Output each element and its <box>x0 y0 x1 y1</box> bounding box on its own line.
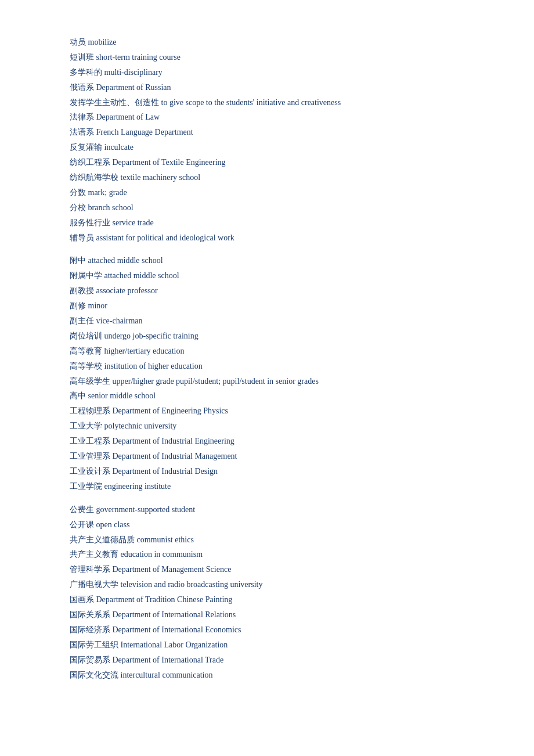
chinese-term: 附属中学 <box>70 271 102 280</box>
english-definition: institution of higher education <box>104 362 203 370</box>
english-definition: inculcate <box>104 143 134 152</box>
chinese-term: 纺织工程系 <box>70 158 110 167</box>
english-definition: minor <box>88 301 107 310</box>
english-definition: Department of Engineering Physics <box>113 406 228 415</box>
list-item: 纺织工程系 Department of Textile Engineering <box>70 155 464 170</box>
english-definition: communist ethics <box>137 535 194 544</box>
chinese-term: 高中 <box>70 391 86 400</box>
list-item: 高等教育 higher/tertiary education <box>70 344 464 359</box>
list-item: 工业设计系 Department of Industrial Design <box>70 464 464 479</box>
english-definition: Department of Management Science <box>113 565 232 574</box>
list-item: 短训班 short-term training course <box>70 50 464 65</box>
content-list: 动员 mobilize短训班 short-term training cours… <box>70 35 464 682</box>
list-item: 高中 senior middle school <box>70 388 464 404</box>
english-definition: polytechnic university <box>104 422 177 430</box>
chinese-term: 岗位培训 <box>70 332 102 340</box>
chinese-term: 工业大学 <box>70 422 102 430</box>
chinese-term: 法语系 <box>70 128 94 136</box>
chinese-term: 共产主义教育 <box>70 550 118 559</box>
list-item: 共产主义教育 education in communism <box>70 547 464 562</box>
english-definition: engineering institute <box>104 482 171 491</box>
english-definition: service trade <box>113 218 154 227</box>
list-item: 工业管理系 Department of Industrial Managemen… <box>70 449 464 464</box>
chinese-term: 辅导员 <box>70 233 94 242</box>
list-item: 分数 mark; grade <box>70 185 464 200</box>
english-definition: television and radio broadcasting univer… <box>121 580 263 589</box>
chinese-term: 国际关系系 <box>70 610 110 619</box>
list-item: 服务性行业 service trade <box>70 215 464 231</box>
list-item: 多学科的 multi-disciplinary <box>70 65 464 80</box>
chinese-term: 高等学校 <box>70 362 102 370</box>
list-item: 国画系 Department of Tradition Chinese Pain… <box>70 592 464 607</box>
english-definition: short-term training course <box>96 53 181 62</box>
list-item: 工程物理系 Department of Engineering Physics <box>70 404 464 419</box>
chinese-term: 工业管理系 <box>70 452 110 460</box>
chinese-term: 俄语系 <box>70 83 94 92</box>
english-definition: senior middle school <box>88 391 156 400</box>
list-item: 副主任 vice-chairman <box>70 314 464 329</box>
chinese-term: 国际文化交流 <box>70 671 118 679</box>
chinese-term: 副教授 <box>70 286 94 295</box>
english-definition: Department of Tradition Chinese Painting <box>96 595 233 604</box>
list-item: 国际经济系 Department of International Econom… <box>70 622 464 638</box>
chinese-term: 反复灌输 <box>70 143 102 152</box>
list-item: 工业工程系 Department of Industrial Engineeri… <box>70 434 464 449</box>
english-definition: assistant for political and ideological … <box>96 233 234 242</box>
list-item: 国际文化交流 intercultural communication <box>70 668 464 683</box>
chinese-term: 广播电视大学 <box>70 580 118 589</box>
english-definition: Department of International Trade <box>113 656 224 664</box>
list-item: 工业大学 polytechnic university <box>70 419 464 434</box>
chinese-term: 高年级学生 <box>70 377 110 386</box>
list-item: 共产主义道德品质 communist ethics <box>70 532 464 548</box>
english-definition: Department of Textile Engineering <box>113 158 226 167</box>
chinese-term: 国画系 <box>70 595 94 604</box>
english-definition: branch school <box>88 203 134 212</box>
chinese-term: 多学科的 <box>70 68 102 77</box>
list-item: 附中 attached middle school <box>70 253 464 268</box>
chinese-term: 发挥学生主动性、创造性 <box>70 98 159 107</box>
chinese-term: 工业学院 <box>70 482 102 491</box>
english-definition: undergo job-specific training <box>104 332 199 340</box>
chinese-term: 高等教育 <box>70 347 102 355</box>
list-item: 副修 minor <box>70 298 464 314</box>
list-item: 纺织航海学校 textile machinery school <box>70 170 464 185</box>
english-definition: textile machinery school <box>121 173 201 182</box>
list-item: 管理科学系 Department of Management Science <box>70 562 464 577</box>
chinese-term: 国际经济系 <box>70 625 110 634</box>
list-item: 附属中学 attached middle school <box>70 268 464 283</box>
english-definition: education in communism <box>121 550 203 559</box>
english-definition: attached middle school <box>104 271 179 280</box>
chinese-term: 服务性行业 <box>70 218 110 227</box>
english-definition: upper/higher grade pupil/student; pupil/… <box>113 377 319 386</box>
english-definition: multi-disciplinary <box>104 68 163 77</box>
list-item: 岗位培训 undergo job-specific training <box>70 329 464 344</box>
chinese-term: 国际贸易系 <box>70 656 110 664</box>
list-item: 俄语系 Department of Russian <box>70 80 464 95</box>
list-item: 法律系 Department of Law <box>70 110 464 125</box>
list-item: 广播电视大学 television and radio broadcasting… <box>70 577 464 592</box>
list-item: 国际贸易系 Department of International Trade <box>70 653 464 668</box>
chinese-term: 管理科学系 <box>70 565 110 574</box>
chinese-term: 短训班 <box>70 53 94 62</box>
english-definition: associate professor <box>96 286 158 295</box>
section-spacer <box>70 494 464 502</box>
list-item: 国际关系系 Department of International Relati… <box>70 607 464 622</box>
list-item: 国际劳工组织 International Labor Organization <box>70 638 464 653</box>
chinese-term: 副主任 <box>70 316 94 325</box>
list-item: 副教授 associate professor <box>70 283 464 298</box>
english-definition: vice-chairman <box>96 316 143 325</box>
chinese-term: 公费生 <box>70 505 94 514</box>
list-item: 高年级学生 upper/higher grade pupil/student; … <box>70 374 464 389</box>
english-definition: Department of International Relations <box>113 610 236 619</box>
list-item: 分校 branch school <box>70 200 464 215</box>
english-definition: French Language Department <box>96 128 193 136</box>
english-definition: Department of International Economics <box>113 625 241 634</box>
english-definition: Department of Industrial Management <box>113 452 237 460</box>
list-item: 发挥学生主动性、创造性 to give scope to the student… <box>70 95 464 110</box>
list-item: 高等学校 institution of higher education <box>70 359 464 374</box>
chinese-term: 工业工程系 <box>70 437 110 445</box>
list-item: 工业学院 engineering institute <box>70 479 464 494</box>
english-definition: higher/tertiary education <box>104 347 185 355</box>
english-definition: mark; grade <box>88 188 127 197</box>
english-definition: mobilize <box>88 38 117 46</box>
